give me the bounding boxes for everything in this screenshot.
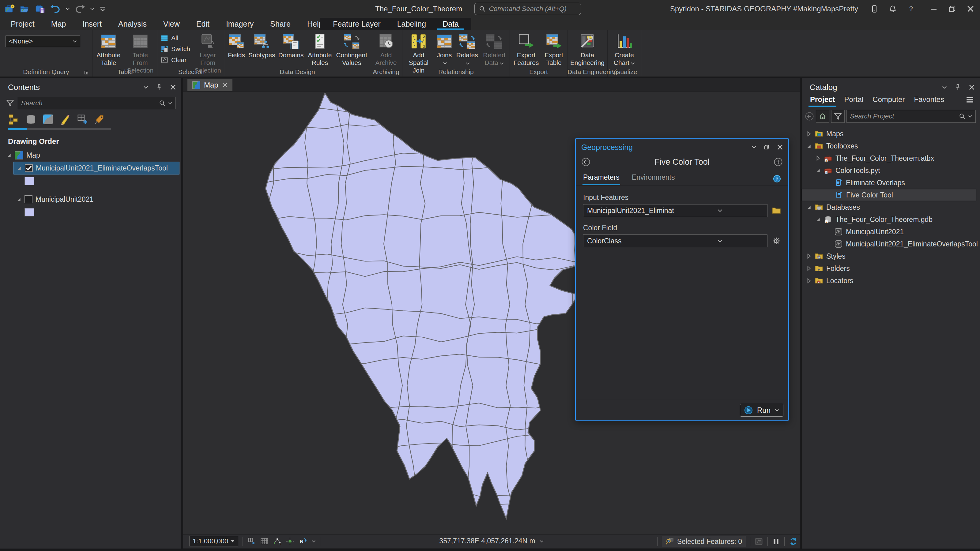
command-search-input[interactable] [489, 5, 576, 13]
tab-map[interactable]: Map [43, 18, 75, 30]
tab-feature-layer[interactable]: Feature Layer [325, 18, 389, 30]
restore-icon[interactable] [948, 5, 956, 13]
edit-vertices-icon[interactable] [273, 537, 282, 546]
home-button[interactable] [816, 110, 829, 123]
contents-search[interactable] [18, 97, 176, 109]
definition-query-dropdown[interactable]: <None> [5, 35, 80, 47]
tool-help-icon[interactable]: ? [773, 175, 781, 183]
filter-button[interactable] [831, 110, 845, 123]
close-tab-icon[interactable] [222, 83, 228, 88]
catalog-item[interactable]: Folders [802, 262, 980, 275]
list-by-drawing-order-icon[interactable] [8, 114, 20, 125]
catalog-tab-computer[interactable]: Computer [868, 95, 909, 107]
back-icon[interactable] [805, 112, 814, 121]
catalog-item[interactable]: MunicipalUnit2021 [802, 225, 980, 238]
color-field-combo[interactable]: ColorClass [583, 235, 767, 247]
tab-imagery[interactable]: Imagery [218, 18, 262, 30]
catalog-item[interactable]: ColorTools.pyt [802, 164, 980, 176]
pause-drawing-icon[interactable] [772, 538, 780, 546]
subtypes-button[interactable]: Subtypes [247, 32, 277, 59]
expander-icon[interactable] [806, 131, 811, 137]
tab-edit[interactable]: Edit [188, 18, 218, 30]
catalog-item[interactable]: The_Four_Color_Theorem.atbx [802, 152, 980, 164]
catalog-item[interactable]: The_Four_Color_Theorem.gdb [802, 213, 980, 225]
export-table-button[interactable]: Export Table [542, 32, 566, 67]
fields-button[interactable]: Fields [226, 32, 247, 59]
expander-icon[interactable] [806, 143, 811, 149]
definition-query-launcher-icon[interactable] [84, 70, 89, 75]
tab-insert[interactable]: Insert [74, 18, 110, 30]
map-tree-item[interactable]: Map [0, 149, 181, 162]
undock-icon[interactable] [764, 144, 769, 150]
tab-data[interactable]: Data [434, 18, 467, 30]
tab-environments[interactable]: Environments [632, 173, 675, 185]
catalog-item[interactable]: Databases [802, 201, 980, 213]
catalog-search-input[interactable] [850, 112, 956, 120]
list-by-data-source-icon[interactable] [25, 114, 37, 125]
expander-icon[interactable] [806, 205, 811, 210]
layer-visibility-checkbox[interactable] [25, 164, 33, 172]
gear-icon[interactable] [772, 236, 781, 246]
undo-dropdown-icon[interactable] [65, 7, 70, 10]
undo-icon[interactable] [50, 4, 60, 14]
list-by-labeling-icon[interactable] [94, 114, 105, 125]
catalog-item[interactable]: Five Color Tool [802, 189, 976, 201]
chevron-down-icon[interactable] [539, 540, 544, 543]
tab-view[interactable]: View [155, 18, 188, 30]
pin-icon[interactable] [156, 84, 162, 91]
catalog-item[interactable]: MunicipalUnit2021_EliminateOverlapsTool [802, 238, 980, 250]
select-all-button[interactable]: All [159, 32, 191, 43]
run-button[interactable]: Run [740, 404, 783, 417]
menu-icon[interactable] [966, 96, 974, 104]
catalog-item[interactable]: Eliminate Overlaps [802, 176, 980, 189]
catalog-tab-project[interactable]: Project [805, 95, 840, 107]
layer-visibility-checkbox[interactable] [24, 195, 32, 203]
chevron-down-icon[interactable] [312, 540, 316, 543]
notifications-icon[interactable] [889, 5, 897, 13]
new-project-icon[interactable] [4, 4, 15, 14]
close-panel-icon[interactable] [776, 144, 783, 151]
redo-dropdown-icon[interactable] [90, 7, 94, 10]
customize-qat-icon[interactable] [99, 5, 106, 12]
close-panel-icon[interactable] [170, 84, 177, 91]
list-by-snapping-icon[interactable] [76, 114, 88, 125]
panel-menu-icon[interactable] [143, 85, 148, 90]
domains-button[interactable]: Domains [277, 32, 305, 59]
scale-dropdown[interactable]: 1:1,000,000 [189, 536, 238, 546]
layer-symbol-swatch[interactable] [24, 177, 34, 185]
back-icon[interactable] [581, 157, 590, 167]
expander-icon[interactable] [806, 266, 811, 271]
close-panel-icon[interactable] [968, 84, 975, 91]
filter-icon[interactable] [6, 99, 14, 107]
run-options-icon[interactable] [775, 409, 779, 412]
snapping-icon[interactable] [286, 537, 294, 546]
chevron-down-icon[interactable] [968, 115, 972, 118]
attribute-table-button[interactable]: Attribute Table [94, 32, 123, 67]
attribute-rules-button[interactable]: Attribute Rules [305, 32, 334, 67]
catalog-item[interactable]: Maps [802, 128, 980, 140]
catalog-item[interactable]: Styles [802, 250, 980, 262]
related-data-button[interactable]: Related Data [480, 32, 508, 67]
input-features-combo[interactable]: MunicipalUnit2021_EliminateOverlapsTool [583, 204, 767, 217]
signed-in-account[interactable]: Spyridon - STARIDAS GEOGRAPHY #MakingMap… [670, 5, 858, 13]
catalog-item[interactable]: Toolboxes [802, 140, 980, 152]
map-view-tab[interactable]: Map [188, 79, 232, 91]
add-archive-button[interactable]: Add Archive [371, 32, 401, 67]
open-project-icon[interactable] [20, 4, 30, 14]
peloponnese-feature-layer[interactable] [260, 92, 591, 523]
catalog-item[interactable]: Locators [802, 275, 980, 287]
data-engineering-button[interactable]: Data Engineering [569, 32, 606, 67]
expander-icon[interactable] [16, 197, 21, 202]
minimize-icon[interactable] [930, 5, 938, 13]
selection-state-icon[interactable] [755, 537, 763, 546]
tab-project[interactable]: Project [2, 18, 43, 30]
clear-selection-button[interactable]: Clear [159, 54, 191, 65]
new-map-view-icon[interactable] [247, 537, 256, 546]
map-canvas[interactable]: Geoprocessing Five Color Tool Parameters… [183, 92, 800, 534]
export-features-button[interactable]: Export Features [511, 32, 541, 67]
list-by-selection-icon[interactable] [42, 114, 54, 125]
expander-icon[interactable] [815, 168, 821, 173]
save-project-icon[interactable] [35, 4, 45, 14]
expander-icon[interactable] [16, 165, 22, 171]
expander-icon[interactable] [815, 217, 821, 222]
